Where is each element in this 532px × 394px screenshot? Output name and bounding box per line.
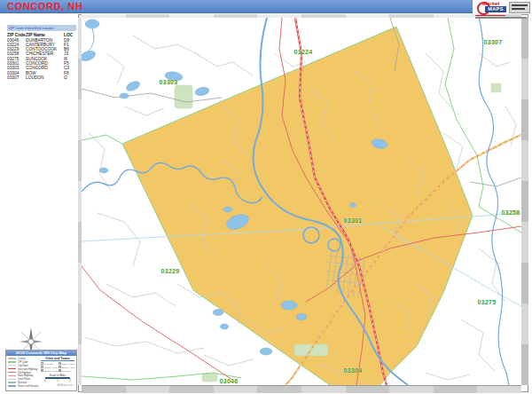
- city-map-canvas: [0, 0, 532, 394]
- title-bar: CONCORD, NH: [0, 0, 473, 13]
- legend-swatch: [8, 375, 16, 376]
- zip-index-table: ZIP Code Index/Grid Locator ZIP Code ZIP…: [7, 25, 76, 80]
- legend-swatch: [8, 372, 16, 373]
- legend-swatch: [8, 382, 16, 382]
- city-class-item: 100,000 +: [59, 369, 75, 373]
- legend-swatch: [8, 368, 16, 369]
- legend-cities: Cities and Towns 0 - 2,4992,500 - 9,9991…: [41, 357, 74, 388]
- legend-swatch: [8, 379, 16, 380]
- scale-section: Scale in Miles 012: [41, 374, 74, 382]
- zip-table-body: 03046DUNBARTOND803224CANTERBURYF103229CO…: [7, 38, 76, 81]
- legend-line-symbols: CountyZIP CodeCity/TownInterstate Highwa…: [8, 357, 41, 388]
- legend-swatch: [8, 361, 16, 362]
- page-title: CONCORD, NH: [7, 1, 82, 12]
- legend-swatch: [8, 365, 16, 366]
- zip-table-row: 03307LOUDONI2: [7, 75, 76, 80]
- logo-tagline: [475, 17, 527, 19]
- cities-and-towns-header: Cities and Towns: [41, 357, 74, 361]
- legend-footer: MktMaps.com: [41, 382, 74, 387]
- legend-item: Rivers and Streams: [8, 384, 41, 388]
- marketmaps-logo: Market MAPS: [473, 1, 530, 20]
- logo-brand-block: MAPS: [485, 6, 506, 12]
- zip-index-header: ZIP Code Index/Grid Locator: [7, 25, 76, 31]
- legend-swatch: [8, 358, 16, 359]
- city-class-swatch: [59, 369, 61, 372]
- city-class-swatch: [41, 369, 43, 372]
- map-legend: 2018 Concord, NH City Map CountyZIP Code…: [5, 350, 77, 391]
- logo-contact-box: [509, 2, 530, 13]
- legend-title: 2018 Concord, NH City Map: [6, 351, 76, 356]
- city-class-item: 50,000 - 99,999: [41, 369, 58, 373]
- city-population-classes: 0 - 2,4992,500 - 9,99910,000 - 24,99925,…: [41, 362, 74, 373]
- logo-divider: [475, 15, 505, 16]
- map-page: 0322403307033030330103258032290327503304…: [0, 0, 532, 394]
- legend-swatch: [8, 385, 16, 386]
